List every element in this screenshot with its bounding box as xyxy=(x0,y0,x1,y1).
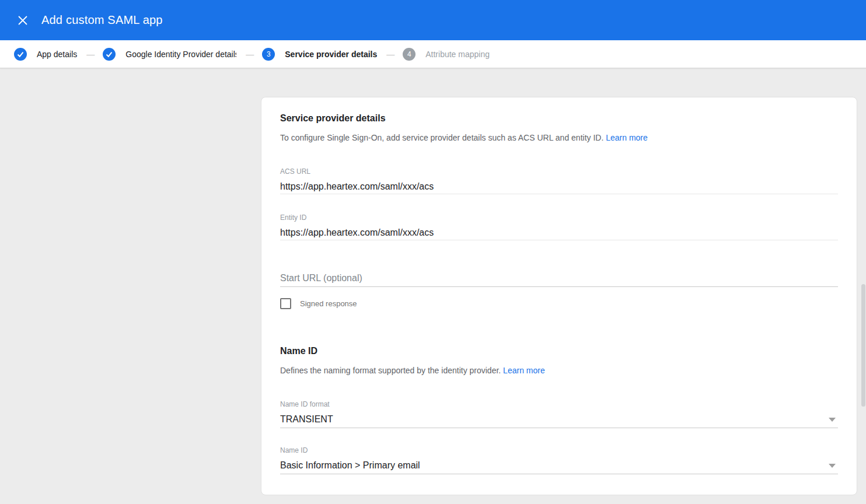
acs-url-input[interactable] xyxy=(280,181,838,194)
section-description: To configure Single Sign-On, add service… xyxy=(280,132,838,143)
step-separator: — xyxy=(86,50,95,59)
step-number: 4 xyxy=(407,50,411,58)
dropdown-arrow-icon xyxy=(829,418,836,422)
close-icon xyxy=(18,15,28,26)
dialog-header: Add custom SAML app xyxy=(0,0,866,40)
service-provider-card: Service provider details To configure Si… xyxy=(261,97,857,495)
step-label: Google Identity Provider details xyxy=(125,50,236,59)
name-id-description-text: Defines the naming format supported by t… xyxy=(280,366,501,375)
name-id-field-group: Name ID Basic Information > Primary emai… xyxy=(280,446,838,474)
learn-more-link-service-provider[interactable]: Learn more xyxy=(606,133,648,142)
stepper-step-service-provider-details[interactable]: 3 Service provider details xyxy=(262,48,377,61)
stepper-step-attribute-mapping[interactable]: 4 Attribute mapping xyxy=(403,48,490,61)
name-id-format-select[interactable]: TRANSIENT xyxy=(280,414,838,428)
learn-more-link-name-id[interactable]: Learn more xyxy=(503,366,545,375)
name-id-format-label: Name ID format xyxy=(280,400,838,408)
name-id-description: Defines the naming format supported by t… xyxy=(280,365,838,376)
start-url-input[interactable] xyxy=(280,272,838,287)
stepper-step-google-idp-details[interactable]: Google Identity Provider details xyxy=(103,48,236,61)
start-url-field-group xyxy=(280,272,838,287)
step-number-circle: 4 xyxy=(403,48,415,61)
step-label: Attribute mapping xyxy=(425,50,490,59)
stepper-step-app-details[interactable]: App details xyxy=(14,48,77,61)
entity-id-field-group: Entity ID xyxy=(280,214,838,240)
step-separator: — xyxy=(386,50,394,59)
signed-response-label: Signed response xyxy=(300,299,357,308)
dialog-title: Add custom SAML app xyxy=(41,13,163,27)
acs-url-field-group: ACS URL xyxy=(280,167,838,194)
check-icon xyxy=(105,50,113,58)
scrollbar-thumb[interactable] xyxy=(861,284,865,407)
dropdown-arrow-icon xyxy=(829,464,836,468)
section-description-text: To configure Single Sign-On, add service… xyxy=(280,133,603,142)
acs-url-label: ACS URL xyxy=(280,167,838,176)
name-id-label: Name ID xyxy=(280,446,838,454)
signed-response-row: Signed response xyxy=(280,298,838,309)
name-id-select[interactable]: Basic Information > Primary email xyxy=(280,460,838,474)
step-separator: — xyxy=(246,50,254,59)
step-label: App details xyxy=(37,50,77,59)
entity-id-input[interactable] xyxy=(280,227,838,240)
name-id-format-field-group: Name ID format TRANSIENT xyxy=(280,400,838,428)
step-number-circle: 3 xyxy=(262,48,275,61)
check-icon xyxy=(16,50,25,58)
name-id-value: Basic Information > Primary email xyxy=(280,460,420,471)
section-title-name-id: Name ID xyxy=(280,345,838,357)
step-label: Service provider details xyxy=(285,50,377,59)
entity-id-label: Entity ID xyxy=(280,214,838,222)
step-done-circle xyxy=(103,48,116,61)
step-number: 3 xyxy=(267,50,271,58)
section-title-service-provider: Service provider details xyxy=(280,113,838,124)
signed-response-checkbox[interactable] xyxy=(280,298,291,309)
step-done-circle xyxy=(14,48,27,61)
dialog-body: Service provider details To configure Si… xyxy=(0,69,866,504)
stepper: App details — Google Identity Provider d… xyxy=(0,40,866,68)
name-id-format-value: TRANSIENT xyxy=(280,414,333,425)
close-button[interactable] xyxy=(12,10,33,31)
